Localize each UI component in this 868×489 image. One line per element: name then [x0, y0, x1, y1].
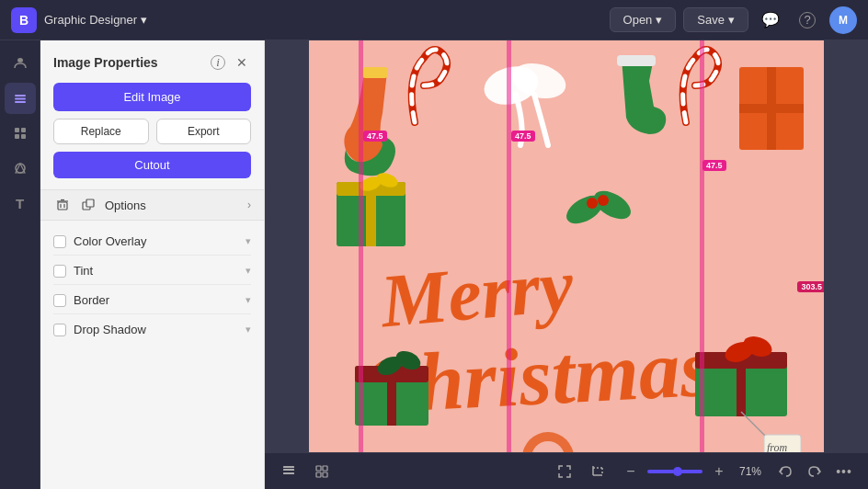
zoom-controls: − + 71%: [618, 459, 765, 484]
open-button[interactable]: Open ▾: [610, 7, 677, 32]
topbar-actions: Open ▾ Save ▾ 💬 ? M: [610, 6, 857, 35]
options-chevron: ›: [247, 199, 251, 211]
checkbox-row-tint[interactable]: Tint ▾: [53, 257, 251, 285]
replace-button[interactable]: Replace: [53, 119, 149, 144]
options-row: Options ›: [40, 189, 264, 221]
svg-rect-10: [58, 202, 67, 210]
undo-button[interactable]: [772, 459, 798, 484]
border-checkbox[interactable]: [53, 294, 66, 307]
svg-text:from: from: [767, 441, 788, 452]
zoom-in-button[interactable]: +: [706, 459, 732, 484]
sidebar-item-text[interactable]: T: [5, 188, 36, 219]
svg-rect-0: [17, 58, 23, 63]
avatar-label: M: [839, 14, 848, 27]
sidebar-item-person[interactable]: [5, 48, 36, 79]
svg-rect-27: [366, 182, 376, 246]
checkbox-row-color-overlay[interactable]: Color Overlay ▾: [53, 228, 251, 256]
sidebar-item-shapes[interactable]: [5, 153, 36, 184]
zoom-out-button[interactable]: −: [618, 459, 644, 484]
svg-rect-52: [283, 472, 294, 474]
drop-shadow-checkbox[interactable]: [53, 324, 66, 336]
app-name-chevron: ▾: [141, 13, 147, 27]
checkbox-list: Color Overlay ▾ Tint ▾ Border ▾ Drop Sha…: [40, 221, 264, 350]
drop-shadow-chevron: ▾: [246, 324, 251, 335]
canvas-area[interactable]: 47.5 47.5 47.5 303.5: [265, 40, 868, 489]
crop-button[interactable]: [585, 459, 611, 484]
svg-rect-5: [21, 128, 26, 132]
cutout-label: Cutout: [134, 158, 169, 172]
zoom-minus-icon: −: [626, 463, 634, 480]
tint-chevron: ▾: [246, 265, 251, 277]
tint-checkbox[interactable]: [53, 265, 66, 278]
sidebar-item-layers[interactable]: [5, 83, 36, 114]
drop-shadow-label: Drop Shadow: [74, 323, 238, 336]
save-chevron: ▾: [728, 13, 735, 27]
svg-point-32: [587, 198, 598, 209]
avatar[interactable]: M: [829, 6, 857, 34]
svg-rect-21: [617, 55, 656, 66]
svg-rect-17: [362, 67, 388, 78]
fit-button[interactable]: [552, 459, 577, 484]
zoom-level-label: 71%: [736, 465, 765, 478]
more-button[interactable]: •••: [831, 459, 857, 484]
delete-icon[interactable]: [53, 196, 72, 214]
replace-label: Replace: [81, 125, 121, 138]
measure-badge-2: 47.5: [511, 131, 535, 142]
info-icon: i: [211, 55, 225, 70]
export-button[interactable]: Export: [156, 119, 252, 144]
export-label: Export: [188, 125, 220, 138]
checkbox-row-drop-shadow[interactable]: Drop Shadow ▾: [53, 316, 251, 343]
svg-rect-2: [15, 98, 26, 100]
topbar: B Graphic Designer ▾ Open ▾ Save ▾ 💬 ? M: [0, 0, 868, 40]
open-chevron: ▾: [656, 13, 662, 27]
guide-bar-3: [700, 40, 704, 452]
comment-icon: 💬: [761, 11, 780, 28]
svg-rect-54: [316, 466, 321, 471]
svg-rect-16: [86, 199, 94, 207]
help-button[interactable]: ?: [793, 6, 822, 35]
svg-rect-24: [739, 104, 804, 113]
comment-button[interactable]: 💬: [756, 6, 785, 35]
svg-rect-6: [15, 134, 19, 139]
svg-rect-51: [283, 469, 294, 471]
app-name-button[interactable]: Graphic Designer ▾: [44, 13, 147, 27]
properties-panel: Image Properties i ✕ Edit Image Replace …: [40, 40, 265, 489]
open-label: Open: [623, 13, 653, 27]
border-chevron: ▾: [246, 294, 251, 306]
save-label: Save: [697, 13, 725, 27]
border-label: Border: [74, 293, 238, 307]
svg-rect-55: [323, 466, 327, 471]
sidebar-item-grid[interactable]: [5, 118, 36, 149]
svg-point-20: [516, 74, 534, 92]
zoom-plus-icon: +: [714, 463, 723, 480]
close-button[interactable]: ✕: [233, 53, 251, 72]
duplicate-icon[interactable]: [79, 196, 97, 214]
save-button[interactable]: Save ▾: [683, 7, 748, 32]
checkbox-row-border[interactable]: Border ▾: [53, 287, 251, 314]
panel-header-icons: i ✕: [209, 53, 251, 72]
more-icon: •••: [836, 464, 852, 479]
guide-bar-2: [507, 40, 511, 452]
design-canvas[interactable]: 47.5 47.5 47.5 303.5: [309, 40, 824, 452]
zoom-slider[interactable]: [647, 470, 702, 473]
bottom-bar: − + 71%: [265, 452, 868, 489]
app-name-label: Graphic Designer: [44, 13, 137, 27]
options-label[interactable]: Options: [105, 199, 240, 212]
svg-point-33: [598, 195, 609, 206]
tint-label: Tint: [74, 264, 238, 278]
bottom-right-buttons: •••: [772, 459, 857, 484]
app-logo: B: [11, 7, 37, 33]
info-button[interactable]: i: [209, 53, 227, 72]
svg-rect-57: [323, 472, 327, 477]
canvas-wrapper: 47.5 47.5 47.5 303.5: [265, 40, 868, 452]
svg-rect-4: [15, 128, 19, 132]
cutout-button[interactable]: Cutout: [53, 152, 251, 178]
svg-point-8: [16, 164, 25, 173]
logo-letter: B: [19, 13, 29, 28]
grid-toggle-button[interactable]: [309, 459, 335, 484]
edit-image-button[interactable]: Edit Image: [53, 83, 251, 111]
redo-button[interactable]: [802, 459, 828, 484]
color-overlay-checkbox[interactable]: [53, 235, 66, 248]
layers-toggle-button[interactable]: [276, 459, 302, 484]
text-icon: T: [16, 196, 24, 211]
